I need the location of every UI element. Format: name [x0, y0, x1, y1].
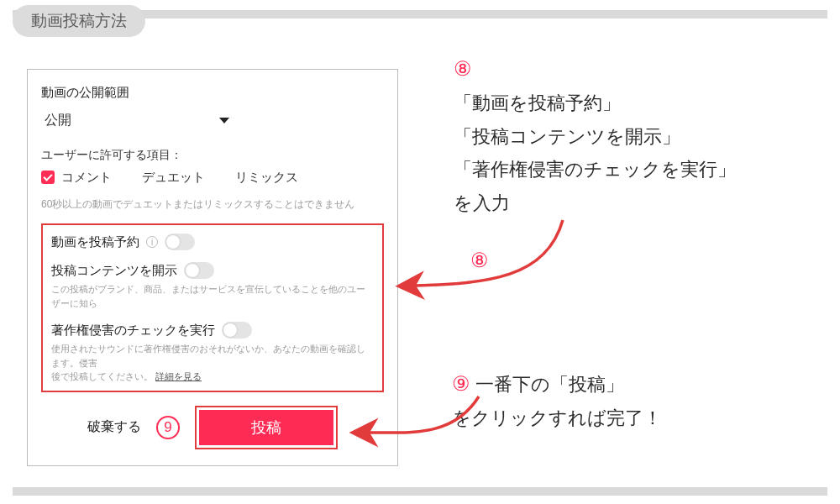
toggle-schedule[interactable] — [165, 234, 195, 250]
arrow-step9-icon — [353, 395, 496, 465]
step9-number-icon: ⑨ — [452, 372, 470, 395]
perm-remix[interactable]: リミックス — [235, 170, 298, 186]
step9-marker-icon: 9 — [156, 416, 180, 439]
discard-button[interactable]: 破棄する — [87, 418, 141, 436]
step9-highlight-box: 投稿 — [195, 406, 338, 449]
page-title: 動画投稿方法 — [13, 5, 145, 37]
perm-comment[interactable]: コメント — [41, 170, 112, 186]
privacy-select[interactable]: 公開 — [41, 109, 234, 138]
step8-highlight-box: 動画を投稿予約 i 投稿コンテンツを開示 この投稿がブランド、商品、またはサービ… — [41, 223, 384, 392]
toggle-disclose-sub: この投稿がブランド、商品、またはサービスを宣伝していることを他のユーザーに知ら — [51, 282, 374, 310]
instruction-step8: ⑧ 「動画を投稿予約」 「投稿コンテンツを開示」 「著作権侵害のチェックを実行」… — [454, 50, 823, 220]
step8-number-icon: ⑧ — [454, 57, 472, 80]
toggle-disclose-label: 投稿コンテンツを開示 — [51, 263, 177, 279]
checkbox-checked-icon — [41, 171, 55, 184]
decorative-bar-bottom — [13, 487, 827, 496]
permissions-heading: ユーザーに許可する項目： — [41, 148, 384, 163]
toggle-copyright-label: 著作権侵害のチェックを実行 — [51, 323, 215, 339]
chevron-down-icon — [219, 118, 229, 123]
toggle-copyright[interactable] — [222, 322, 252, 339]
toggle-disclose[interactable] — [184, 262, 214, 279]
duration-limit-note: 60秒以上の動画でデュエットまたはリミックスすることはできません — [41, 197, 384, 212]
post-button[interactable]: 投稿 — [199, 410, 333, 445]
arrow-step8-icon — [395, 212, 588, 316]
perm-duet[interactable]: デュエット — [142, 170, 205, 186]
info-icon[interactable]: i — [146, 236, 158, 248]
upload-settings-panel: 動画の公開範囲 公開 ユーザーに許可する項目： コメント デュエット リミックス… — [27, 69, 398, 466]
privacy-heading: 動画の公開範囲 — [41, 85, 384, 101]
toggle-copyright-sub: 使用されたサウンドに著作権侵害のおそれがないか、あなたの動画を確認します。侵害 … — [51, 342, 374, 384]
privacy-value: 公開 — [45, 112, 71, 129]
toggle-schedule-label: 動画を投稿予約 — [51, 234, 139, 250]
instruction-step9: ⑨ 一番下の「投稿」 をクリックすれば完了！ — [452, 365, 822, 435]
copyright-more-link[interactable]: 詳細を見る — [155, 371, 202, 381]
